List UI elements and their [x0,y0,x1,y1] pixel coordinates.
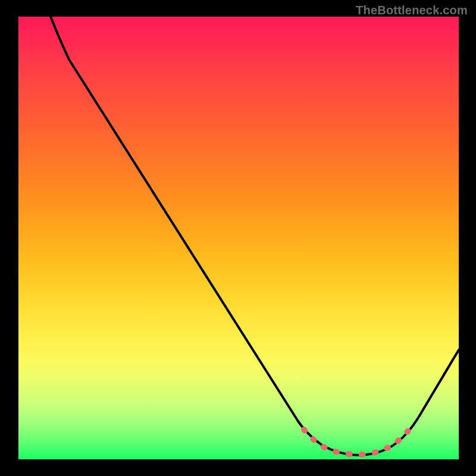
optimal-zone-marker [304,427,411,455]
watermark-text: TheBottleneck.com [356,4,468,17]
plot-area [18,17,459,459]
curve-svg [18,17,459,459]
bottleneck-curve [51,17,459,455]
